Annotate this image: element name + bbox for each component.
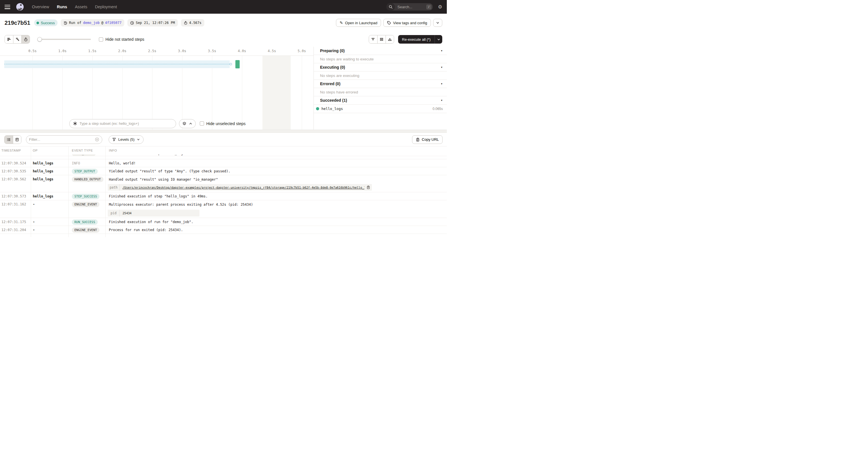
copy-path-icon[interactable] xyxy=(365,184,372,191)
log-toolbar: Filter... Levels (5) C xyxy=(0,133,447,146)
log-table-row[interactable]: 12:07:30.535hello_logsSTEP_OUTPUTYielded… xyxy=(0,167,447,175)
log-table-row[interactable]: 12:07:30.573hello_logsSTEP_SUCCESSFinish… xyxy=(0,192,447,200)
log-table-row[interactable]: 12:07:31.175-RUN_SUCCESSFinished executi… xyxy=(0,218,447,226)
clear-filter-icon[interactable] xyxy=(95,137,99,142)
gantt-out-of-range-region xyxy=(262,56,291,130)
pane-split-divider[interactable] xyxy=(0,130,447,133)
log-timestamp: 12:07:30.573 xyxy=(1,194,26,198)
step-section-title: Executing (0) xyxy=(320,65,440,69)
log-message: Hello, world! xyxy=(109,161,136,165)
search-input[interactable]: Search... / xyxy=(386,3,433,10)
log-filter-input[interactable]: Filter... xyxy=(26,135,102,144)
step-section-header[interactable]: Succeeded (1)▼ xyxy=(314,96,447,104)
gantt-step-bar-hello-logs[interactable] xyxy=(236,60,240,68)
hamburger-menu-icon[interactable] xyxy=(5,5,10,9)
step-section-header[interactable]: Preparing (0)▼ xyxy=(314,47,447,55)
open-in-launchpad-label: Open in Launchpad xyxy=(345,21,377,25)
job-link[interactable]: demo_job xyxy=(83,21,100,25)
dagster-logo-icon[interactable] xyxy=(16,3,24,11)
log-table-row[interactable]: 12:07:30.562hello_logsHANDLED_OUTPUTHand… xyxy=(0,175,447,192)
gantt-waiting-dotted-line xyxy=(4,64,230,64)
log-view-mode-group xyxy=(4,135,21,144)
search-shortcut-key: / xyxy=(426,5,431,9)
log-table-row[interactable]: 12:07:31.204-ENGINE_EVENTProcess for run… xyxy=(0,226,447,234)
hide-not-started-checkbox[interactable] xyxy=(99,37,103,41)
timestamp-label: Sep 21, 12:07:26 PM xyxy=(136,21,175,25)
log-op: hello_logs xyxy=(33,169,53,173)
gantt-mode-timed-button[interactable] xyxy=(21,35,30,43)
view-tags-config-button[interactable]: View tags and config xyxy=(383,19,431,27)
hide-not-started-label: Hide not started steps xyxy=(105,37,144,41)
axis-tick: 5.0s xyxy=(298,49,306,53)
log-view-table-button[interactable] xyxy=(5,135,13,144)
log-view-raw-button[interactable] xyxy=(13,135,21,144)
copy-url-button[interactable]: Copy URL xyxy=(412,135,442,144)
chevron-down-icon[interactable]: ▼ xyxy=(440,83,443,85)
metadata-label: path xyxy=(108,184,120,191)
log-event-type: INFO xyxy=(72,161,80,165)
step-section-header[interactable]: Errored (0)▼ xyxy=(314,80,447,88)
log-timestamp: 12:07:31.162 xyxy=(1,202,26,206)
step-section-title: Preparing (0) xyxy=(320,49,440,53)
log-message: Process for run exited (pid: 25434). xyxy=(109,228,183,232)
funnel-icon xyxy=(112,137,116,141)
log-timestamp: 12:07:30.524 xyxy=(1,161,26,165)
gantt-mode-flat-button[interactable] xyxy=(5,35,13,43)
flat-bars-icon xyxy=(7,37,11,41)
log-rows: 12:07:30.524hello_logsINFOHello, world!1… xyxy=(0,159,447,234)
reexecute-all-button[interactable]: Re-execute all (*) xyxy=(398,37,435,41)
step-name: hello_logs xyxy=(321,106,433,111)
chevron-down-icon[interactable]: ▼ xyxy=(440,50,443,52)
nav-item-assets[interactable]: Assets xyxy=(75,5,88,9)
collapse-down-panel-button[interactable] xyxy=(369,35,377,43)
open-in-launchpad-button[interactable]: ✎ Open in Launchpad xyxy=(336,19,381,27)
search-placeholder: Search... xyxy=(398,5,412,9)
hide-not-started-checkbox-wrap[interactable]: Hide not started steps xyxy=(99,37,144,41)
status-badge: Success xyxy=(34,19,58,26)
split-panels-button[interactable] xyxy=(377,35,385,43)
log-message: Finished execution of run for "demo_job"… xyxy=(109,220,193,224)
log-event-type-badge: ENGINE_EVENT xyxy=(72,202,99,207)
axis-tick: 3.5s xyxy=(208,49,216,53)
gantt-right-controls: Re-execute all (*) xyxy=(369,35,442,43)
reexecute-dropdown-button[interactable] xyxy=(435,35,442,43)
log-table: TIMESTAMPOPEVENT TYPEINFO STEP_START Sta… xyxy=(0,146,447,237)
column-header-event-type: EVENT TYPE xyxy=(72,149,93,152)
graph-query-toggle-button[interactable] xyxy=(179,119,196,128)
structured-log-icon xyxy=(15,137,19,142)
log-message: Finished execution of step "hello_logs" … xyxy=(109,194,208,198)
slider-thumb[interactable] xyxy=(37,37,42,41)
log-metadata-path: path/Users/erincochran/Desktop/dagster-e… xyxy=(108,184,372,191)
column-header-op: OP xyxy=(33,149,38,152)
step-subset-row: Type a step subset (ex: hello_logs+) Hid… xyxy=(69,119,246,128)
axis-tick: 2.0s xyxy=(118,49,126,53)
run-of-label: Run of xyxy=(69,21,81,25)
log-table-row[interactable]: 12:07:30.524hello_logsINFOHello, world! xyxy=(0,159,447,167)
run-header: 219c7b51 Success Run of demo_job @ 4f105… xyxy=(0,14,447,32)
step-section-header[interactable]: Executing (0)▼ xyxy=(314,63,447,71)
nav-item-deployment[interactable]: Deployment xyxy=(95,5,117,9)
gantt-zoom-slider[interactable] xyxy=(37,37,91,41)
hide-unselected-checkbox[interactable] xyxy=(200,121,204,126)
hide-unselected-checkbox-wrap[interactable]: Hide unselected steps xyxy=(200,121,246,126)
commit-link[interactable]: 4f105077 xyxy=(105,21,122,25)
run-id-title: 219c7b51 xyxy=(5,20,30,26)
chevron-down-icon[interactable]: ▼ xyxy=(440,66,443,69)
axis-tick: 4.0s xyxy=(238,49,246,53)
step-row-hello_logs[interactable]: hello_logs0.065s xyxy=(314,104,447,113)
nav-item-runs[interactable]: Runs xyxy=(57,5,67,9)
log-timestamp: 12:07:30.535 xyxy=(1,169,26,173)
gantt-mode-waterfall-button[interactable] xyxy=(13,35,21,43)
chevron-down-icon[interactable]: ▼ xyxy=(440,99,443,102)
metadata-value: 25434 xyxy=(120,210,134,217)
levels-filter-button[interactable]: Levels (5) xyxy=(108,135,144,144)
collapse-up-panel-button[interactable] xyxy=(385,35,394,43)
gantt-mode-group xyxy=(5,35,30,43)
metadata-value[interactable]: /Users/erincochran/Desktop/dagster-examp… xyxy=(120,184,365,191)
log-table-row[interactable]: 12:07:31.162-ENGINE_EVENTMultiprocess ex… xyxy=(0,200,447,218)
log-event-type-badge: ENGINE_EVENT xyxy=(72,227,99,233)
step-subset-input[interactable]: Type a step subset (ex: hello_logs+) xyxy=(69,119,176,128)
header-more-actions-button[interactable] xyxy=(433,19,442,27)
gear-icon[interactable]: ⚙ xyxy=(438,5,442,9)
nav-item-overview[interactable]: Overview xyxy=(32,5,49,9)
